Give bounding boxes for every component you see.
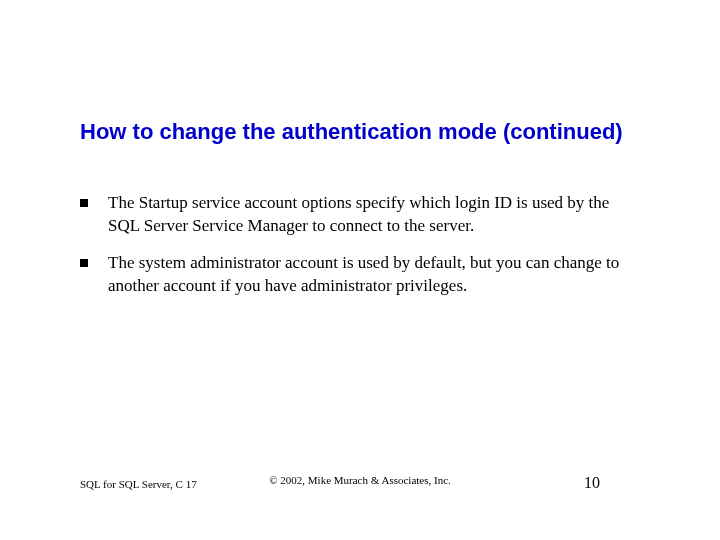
- slide: How to change the authentication mode (c…: [0, 0, 720, 540]
- list-item: The Startup service account options spec…: [80, 192, 640, 238]
- list-item: The system administrator account is used…: [80, 252, 640, 298]
- bullet-list: The Startup service account options spec…: [80, 192, 640, 312]
- slide-title: How to change the authentication mode (c…: [80, 118, 640, 146]
- bullet-icon: [80, 199, 88, 207]
- slide-footer: SQL for SQL Server, C 17 © 2002, Mike Mu…: [80, 474, 640, 492]
- bullet-text: The system administrator account is used…: [108, 252, 640, 298]
- bullet-icon: [80, 259, 88, 267]
- bullet-text: The Startup service account options spec…: [108, 192, 640, 238]
- footer-page-number: 10: [584, 474, 600, 492]
- footer-center: © 2002, Mike Murach & Associates, Inc.: [80, 474, 640, 486]
